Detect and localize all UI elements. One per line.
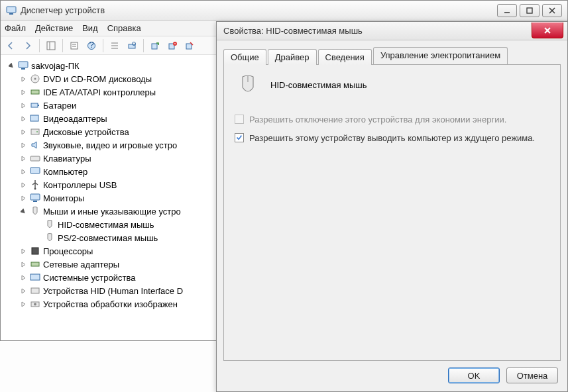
tab-details[interactable]: Сведения (318, 49, 372, 65)
expand-icon[interactable] (19, 101, 27, 109)
network-adapter-icon (30, 259, 40, 270)
svg-rect-37 (31, 262, 39, 266)
desktop-background (0, 342, 216, 392)
svg-text:?: ? (89, 41, 93, 50)
tab-panel-power: HID-совместимая мышь Разрешить отключени… (223, 64, 561, 361)
mouse-icon (30, 206, 40, 217)
svg-rect-28 (30, 115, 38, 121)
menu-action[interactable]: Действие (35, 23, 73, 33)
expand-icon[interactable] (19, 128, 27, 136)
svg-rect-21 (19, 62, 28, 68)
tab-general[interactable]: Общие (223, 49, 266, 65)
expand-icon[interactable] (19, 154, 27, 162)
svg-rect-1 (9, 13, 13, 15)
uninstall-button[interactable] (165, 38, 180, 53)
checkbox-input (235, 115, 244, 124)
collapse-icon[interactable] (19, 207, 27, 215)
monitor-icon (30, 193, 40, 203)
disk-drive-icon (30, 126, 40, 137)
dvd-icon (30, 74, 40, 84)
minimize-button[interactable] (497, 4, 517, 17)
svg-rect-14 (129, 44, 135, 48)
svg-rect-32 (30, 168, 40, 173)
disable-button[interactable] (182, 38, 197, 53)
system-device-icon (30, 272, 40, 283)
ok-button[interactable]: OK (448, 368, 500, 383)
menu-view[interactable]: Вид (82, 23, 98, 33)
svg-rect-22 (21, 68, 25, 70)
svg-rect-36 (32, 248, 38, 254)
svg-rect-31 (30, 156, 40, 161)
checkbox-allow-power-off: Разрешить отключение этого устройства дл… (235, 114, 549, 126)
expand-icon[interactable] (19, 194, 27, 202)
tab-power-management[interactable]: Управление электропитанием (373, 47, 508, 64)
display-adapter-icon (30, 113, 40, 124)
update-driver-button[interactable] (148, 38, 162, 53)
prop-titlebar[interactable]: Свойства: HID-совместимая мышь (217, 22, 567, 40)
computer-icon (18, 60, 28, 71)
svg-rect-4 (47, 42, 55, 50)
expand-icon[interactable] (19, 115, 27, 122)
imaging-device-icon (30, 299, 40, 309)
close-button[interactable] (532, 23, 563, 38)
tabstrip: Общие Драйвер Сведения Управление электр… (217, 40, 567, 64)
battery-icon (30, 100, 40, 111)
mouse-icon (44, 219, 55, 230)
checkbox-input[interactable] (235, 133, 244, 142)
computer-icon (30, 166, 40, 177)
svg-rect-29 (31, 129, 39, 134)
svg-point-33 (34, 188, 36, 190)
forward-button[interactable] (21, 38, 35, 53)
device-header: HID-совместимая мышь (235, 74, 549, 95)
device-name: HID-совместимая мышь (270, 80, 367, 90)
checkbox-allow-wake[interactable]: Разрешить этому устройству выводить комп… (235, 132, 549, 144)
svg-rect-38 (30, 274, 40, 280)
expand-icon[interactable] (19, 141, 27, 149)
processor-icon (30, 246, 40, 256)
tab-driver[interactable]: Драйвер (268, 49, 317, 65)
console-tree-button[interactable] (44, 38, 58, 53)
svg-rect-25 (31, 90, 39, 94)
close-button[interactable] (542, 4, 562, 17)
svg-rect-34 (30, 194, 40, 200)
svg-rect-16 (152, 44, 157, 49)
expand-icon[interactable] (19, 181, 27, 189)
expand-icon[interactable] (19, 75, 27, 83)
expand-icon[interactable] (19, 247, 27, 255)
svg-point-24 (34, 78, 36, 80)
cancel-button[interactable]: Отмена (506, 368, 558, 383)
expand-icon[interactable] (19, 287, 27, 295)
dialog-buttons: OK Отмена (448, 368, 558, 383)
expand-icon[interactable] (19, 168, 27, 175)
maximize-button[interactable] (520, 4, 540, 17)
svg-rect-35 (33, 201, 37, 202)
svg-rect-39 (31, 288, 39, 293)
menu-help[interactable]: Справка (107, 23, 141, 33)
svg-point-41 (34, 303, 36, 306)
collapse-icon[interactable] (7, 62, 15, 70)
svg-rect-20 (186, 44, 192, 49)
svg-rect-6 (71, 42, 78, 49)
scan-hardware-button[interactable] (125, 38, 139, 53)
svg-rect-26 (31, 103, 38, 107)
svg-rect-0 (7, 7, 16, 13)
expand-icon[interactable] (19, 300, 27, 308)
menu-file[interactable]: Файл (5, 23, 26, 33)
hid-icon (30, 285, 40, 296)
keyboard-icon (30, 153, 40, 164)
list-button[interactable] (107, 38, 122, 53)
dm-titlebar[interactable]: Диспетчер устройств (1, 1, 567, 21)
ide-icon (30, 87, 40, 97)
sound-icon (30, 140, 40, 150)
expand-icon[interactable] (19, 260, 27, 268)
properties-button[interactable] (67, 38, 82, 53)
checkbox-label: Разрешить отключение этого устройства дл… (249, 114, 506, 126)
svg-rect-27 (38, 105, 39, 106)
window-title: Диспетчер устройств (21, 5, 494, 15)
help-button[interactable]: ? (84, 38, 99, 53)
expand-icon[interactable] (19, 273, 27, 281)
expand-icon[interactable] (19, 88, 27, 96)
svg-rect-3 (527, 8, 532, 13)
mouse-icon (235, 74, 261, 95)
back-button[interactable] (3, 38, 18, 53)
